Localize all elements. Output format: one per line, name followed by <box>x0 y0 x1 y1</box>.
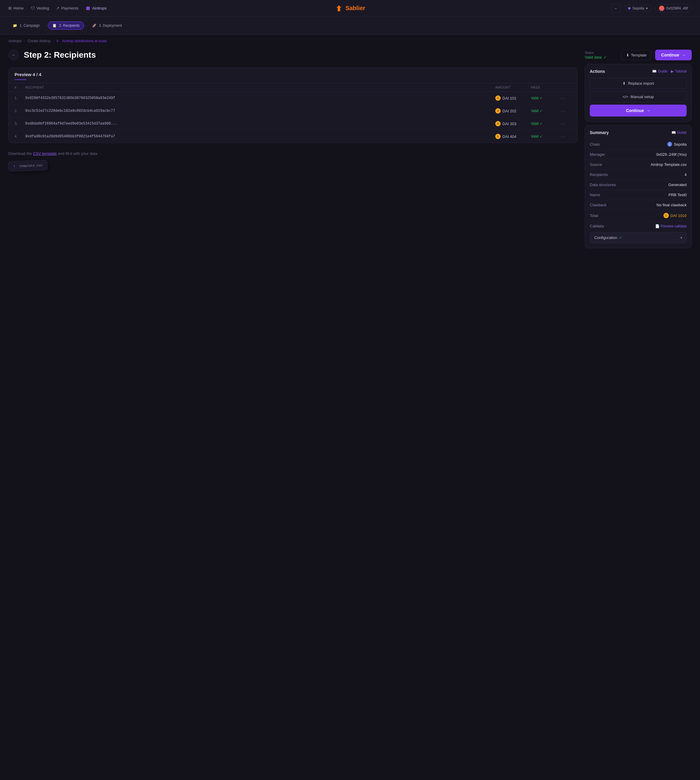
data-structures-key: Data structures <box>590 182 616 187</box>
replace-import-button[interactable]: ⬆ Replace import <box>590 78 687 89</box>
summary-guide-link[interactable]: 📖 Guide <box>672 130 687 135</box>
row-1-menu-button[interactable]: ··· <box>561 96 572 100</box>
recipients-table-card: Preview 4 / 4 # Recipient Amount Pass 1.… <box>8 67 578 143</box>
source-val: Airdrop Template.csv <box>651 162 687 167</box>
row-2-amount-val: DAI 202 <box>502 109 517 113</box>
dai-icon-2: D <box>495 108 501 114</box>
table-row: 3. 0xd8da6bf26964af9d7eed9e03e53415d37aa… <box>8 117 577 130</box>
recipients-val: 4 <box>685 172 687 177</box>
network-selector[interactable]: Sepolia ▾ <box>624 5 652 12</box>
eth-icon: Ξ <box>667 142 672 147</box>
total-val: D DAI 1010 <box>663 213 687 218</box>
col-num: # <box>15 85 25 89</box>
summary-row-data-structures: Data structures Generated <box>590 180 687 190</box>
continue-top-label: Continue <box>661 53 679 57</box>
nav-left: ⊞ Home 🛡 Vesting ↗ Payments Airdrops <box>8 5 107 12</box>
guide-label: Guide <box>658 69 667 73</box>
chain-val: Ξ Sepolia <box>667 142 687 147</box>
csv-section: Download the CSV template and fill it wi… <box>8 148 578 159</box>
breadcrumb-create[interactable]: Create Airdrop <box>28 39 50 43</box>
summary-rows: Chain Ξ Sepolia Manager 0x029..249f (You… <box>590 139 687 231</box>
config-accordion[interactable]: Configuration ✓ ▾ <box>590 232 687 243</box>
home-icon: ⊞ <box>8 6 12 10</box>
code-icon: </> <box>623 95 628 99</box>
row-1-address: 0x0298f4332e3857631385b39766325058a93e24… <box>25 96 495 100</box>
table-row: 2. 0xc3c51e27c228debc182e8c802dcb4ca919a… <box>8 105 577 117</box>
col-actions <box>561 85 572 89</box>
col-recipient: Recipient <box>25 85 495 89</box>
row-3-num: 3. <box>15 122 25 126</box>
summary-row-chain: Chain Ξ Sepolia <box>590 139 687 150</box>
row-2-num: 2. <box>15 109 25 113</box>
summary-row-source: Source Airdrop Template.csv <box>590 160 687 170</box>
back-button[interactable]: ← <box>8 50 19 60</box>
book-icon: 📖 <box>652 69 657 73</box>
action-buttons: ⬆ Replace import </> Manual setup Contin… <box>590 78 687 117</box>
row-2-pass: Valid ✓ <box>531 109 561 113</box>
actions-links: 📖 Guide ▶ Tutorial <box>652 69 687 73</box>
row-2-menu-button[interactable]: ··· <box>561 109 572 113</box>
row-1-amount: D DAI 101 <box>495 95 531 101</box>
actions-title: Actions <box>590 69 605 74</box>
breadcrumb-airdrops[interactable]: Airdrops <box>8 39 22 43</box>
wallet-avatar <box>659 6 664 11</box>
campaign-step-icon: 📁 <box>13 23 17 28</box>
template-button[interactable]: ⬇ Template <box>621 50 652 60</box>
row-4-address: 0xdfad0c01a28d9d95486bb3f0821e4f5644704f… <box>25 134 495 139</box>
row-1-num: 1. <box>15 96 25 100</box>
total-key: Total <box>590 214 598 218</box>
clawback-val: No final clawback <box>657 203 687 207</box>
svg-rect-0 <box>86 7 90 10</box>
calldata-icon: 📄 <box>655 224 660 228</box>
status-block: Status Valid data ✓ <box>585 51 617 59</box>
dai-icon: D <box>495 95 501 101</box>
continue-button-top[interactable]: Continue → <box>655 50 692 60</box>
network-label: Sepolia <box>632 6 644 10</box>
nav-item-vesting[interactable]: 🛡 Vesting <box>31 5 49 12</box>
row-4-menu-button[interactable]: ··· <box>561 134 572 139</box>
recipients-step-icon: 📋 <box>52 23 57 28</box>
play-icon: ▶ <box>671 69 673 73</box>
nav-right: ← Sepolia ▾ 0x0298f4..49f <box>611 3 692 13</box>
main-layout: ← Step 2: Recipients Preview 4 / 4 # Rec… <box>0 45 700 780</box>
wallet-selector[interactable]: 0x0298f4..49f <box>655 4 692 12</box>
step-deployment-label: 3. Deployment <box>99 23 122 28</box>
continue-button-main[interactable]: Continue → <box>590 105 687 117</box>
csv-text-before: Download the <box>8 151 33 156</box>
summary-book-icon: 📖 <box>672 130 676 135</box>
step-deployment[interactable]: 🚀 3. Deployment <box>88 22 126 30</box>
manager-key: Manager <box>590 152 605 157</box>
nav-item-payments[interactable]: ↗ Payments <box>56 5 78 12</box>
status-label: Status <box>585 51 617 54</box>
source-key: Source <box>590 162 602 167</box>
nav-item-home[interactable]: ⊞ Home <box>8 5 24 12</box>
network-chevron-icon: ▾ <box>646 6 648 10</box>
steps-bar: 📁 1. Campaign › 📋 2. Recipients › 🚀 3. D… <box>0 17 700 35</box>
step-recipients[interactable]: 📋 2. Recipients <box>48 22 84 30</box>
nav-back-button[interactable]: ← <box>611 3 621 13</box>
nav-item-airdrops[interactable]: Airdrops <box>85 5 107 12</box>
manual-setup-button[interactable]: </> Manual setup <box>590 91 687 102</box>
row-2-amount: D DAI 202 <box>495 108 531 114</box>
tutorial-link[interactable]: ▶ Tutorial <box>671 69 687 73</box>
manager-val: 0x029..249f (You) <box>656 152 687 157</box>
download-template-icon: ⬇ <box>626 53 629 57</box>
breadcrumb-sep-2: › <box>53 39 54 43</box>
row-2-address: 0xc3c51e27c228debc182e8c802dcb4ca919acbc… <box>25 109 495 113</box>
preview-calldata-link[interactable]: 📄 Preview calldata <box>655 224 687 228</box>
replace-import-label: Replace import <box>628 81 654 85</box>
row-4-pass: Valid ✓ <box>531 134 561 139</box>
right-panel: Status Valid data ✓ ⬇ Template Continue … <box>585 50 692 780</box>
step-campaign[interactable]: 📁 1. Campaign <box>8 22 44 30</box>
continue-main-label: Continue <box>626 108 644 113</box>
deployment-step-icon: 🚀 <box>92 23 97 28</box>
app-logo: Sablier <box>335 4 365 12</box>
download-icon: ⬇ <box>13 164 15 168</box>
payments-icon: ↗ <box>56 6 59 10</box>
table-header: Preview 4 / 4 <box>8 68 577 83</box>
row-3-menu-button[interactable]: ··· <box>561 121 572 126</box>
guide-link[interactable]: 📖 Guide <box>652 69 667 73</box>
csv-text-after: and fill it with your data. <box>58 151 98 156</box>
csv-template-link[interactable]: CSV template <box>33 151 57 156</box>
summary-header: Summary 📖 Guide <box>590 130 687 135</box>
